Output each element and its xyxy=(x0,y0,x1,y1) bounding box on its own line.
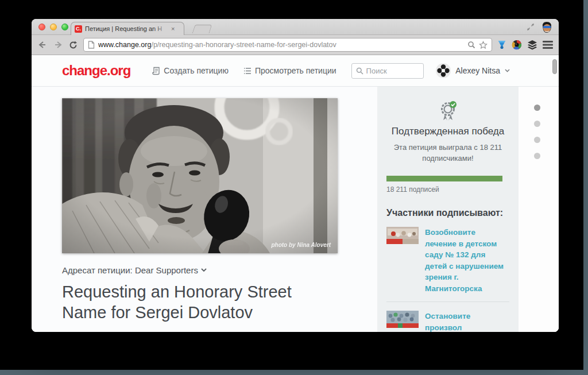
titlebar: C. Петиция | Requesting an H × xyxy=(32,19,559,35)
related-petition-thumbnail xyxy=(386,311,419,328)
profile-avatar-icon[interactable] xyxy=(541,21,553,33)
related-petition-thumbnail xyxy=(386,227,419,244)
chevron-down-icon xyxy=(505,69,510,72)
site-logo[interactable]: change.org xyxy=(62,63,130,79)
site-header: change.org Создать петицию Просмотреть п… xyxy=(32,55,559,87)
zoom-window-button[interactable] xyxy=(61,24,68,30)
omnibox-search-icon[interactable] xyxy=(467,41,475,49)
related-petition-item[interactable]: Остановите произвол руководства в Россий… xyxy=(386,301,509,332)
window-controls xyxy=(38,24,68,30)
scrollbar-thumb[interactable] xyxy=(552,59,557,74)
petition-photo: photo by Nina Alovert xyxy=(62,98,338,253)
related-petition-link[interactable]: Возобновите лечение в детском саду № 132… xyxy=(425,227,504,294)
desktop: C. Петиция | Requesting an H × xyxy=(0,0,588,375)
nav-browse-petitions[interactable]: Просмотреть петиции xyxy=(243,66,336,75)
section-dot[interactable] xyxy=(534,153,540,159)
related-petition-item[interactable]: Возобновите лечение в детском саду № 132… xyxy=(386,218,509,301)
section-dot[interactable] xyxy=(534,121,540,127)
back-button[interactable] xyxy=(37,40,48,49)
petition-title: Requesting an Honorary Street Name for S… xyxy=(62,281,332,323)
signature-count: 18 211 подписей xyxy=(386,185,509,194)
victory-badge-icon xyxy=(386,100,509,121)
search-input[interactable] xyxy=(366,67,415,75)
url-path: /p/requesting-an-honorary-street-name-fo… xyxy=(151,41,336,49)
chevron-down-icon xyxy=(201,268,207,272)
expand-icon[interactable] xyxy=(526,22,535,32)
signature-progress-bar xyxy=(386,176,502,181)
desktop-edge-bottom xyxy=(0,370,588,375)
forward-button[interactable] xyxy=(53,40,63,49)
scroll-doc-icon xyxy=(152,67,160,75)
list-icon xyxy=(243,67,252,75)
petition-sidebar: Подтвержденная победа Эта петиция выигра… xyxy=(377,87,519,332)
browser-window: C. Петиция | Requesting an H × xyxy=(32,19,559,332)
search-icon xyxy=(356,67,363,75)
tab-favicon: C. xyxy=(75,25,82,33)
petition-main: photo by Nina Alovert Адресат петиции: D… xyxy=(32,87,377,332)
menu-hamburger-icon[interactable] xyxy=(543,41,553,49)
extension-layers-icon[interactable] xyxy=(527,40,537,50)
supporters-heading: Участники подписывают: xyxy=(386,208,509,218)
user-menu[interactable]: Alexey Nitsa xyxy=(436,63,510,78)
user-name: Alexey Nitsa xyxy=(455,66,500,75)
section-dot[interactable] xyxy=(534,137,540,143)
section-dot[interactable] xyxy=(534,105,540,111)
browser-tab[interactable]: C. Петиция | Requesting an H × xyxy=(71,22,184,35)
victory-subtext: Эта петиция выиграла с 18 211 подписчика… xyxy=(386,142,509,164)
main-nav: Создать петицию Просмотреть петиции xyxy=(152,66,336,75)
tab-close-icon[interactable]: × xyxy=(171,26,175,32)
extension-pin-icon[interactable] xyxy=(497,40,506,50)
related-petition-link[interactable]: Остановите произвол руководства в Россий… xyxy=(425,311,504,332)
url-host: www.change.org xyxy=(98,41,151,49)
tab-title: Петиция | Requesting an H xyxy=(85,25,168,32)
user-avatar xyxy=(436,63,451,78)
victory-heading: Подтвержденная победа xyxy=(386,126,509,137)
nav-browse-label: Просмотреть петиции xyxy=(255,66,336,75)
extension-lens-icon[interactable] xyxy=(512,40,522,50)
desktop-edge-right xyxy=(583,0,588,375)
page: change.org Создать петицию Просмотреть п… xyxy=(32,55,559,332)
recipient-text: Адресат петиции: Dear Supporters xyxy=(62,265,198,275)
site-search[interactable] xyxy=(351,63,424,79)
section-dot-rail xyxy=(519,87,559,332)
nav-create-petition[interactable]: Создать петицию xyxy=(152,66,229,75)
photo-credit: photo by Nina Alovert xyxy=(270,242,331,248)
browser-toolbar: www.change.org/p/requesting-an-honorary-… xyxy=(32,35,559,55)
new-tab-button[interactable] xyxy=(192,25,212,33)
reload-button[interactable] xyxy=(68,40,78,50)
minimize-window-button[interactable] xyxy=(50,24,57,30)
petition-recipient[interactable]: Адресат петиции: Dear Supporters xyxy=(62,265,377,275)
nav-create-label: Создать петицию xyxy=(164,66,229,75)
url-text[interactable]: www.change.org/p/requesting-an-honorary-… xyxy=(98,41,464,49)
page-doc-icon xyxy=(88,41,95,49)
bookmark-star-icon[interactable] xyxy=(479,41,488,49)
close-window-button[interactable] xyxy=(38,24,45,30)
address-bar[interactable]: www.change.org/p/requesting-an-honorary-… xyxy=(83,38,492,52)
